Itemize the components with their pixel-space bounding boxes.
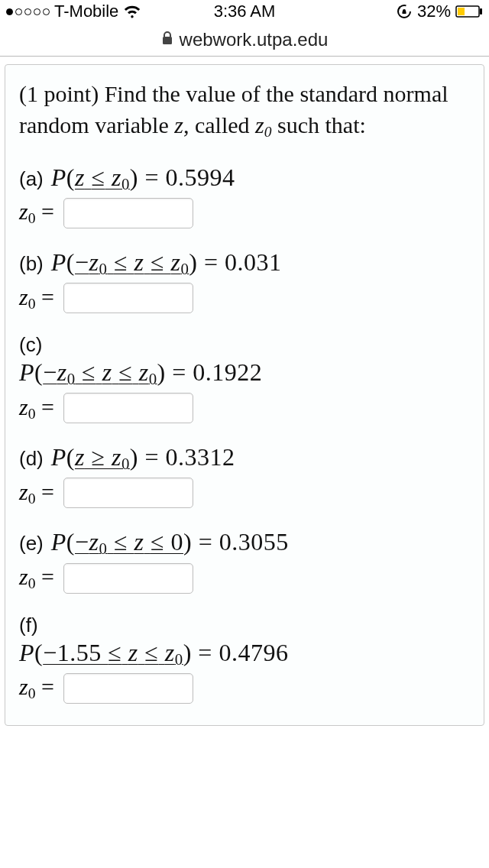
part-f: (f) P(−1.55 ≤ z ≤ z0) = 0.4796 z0 =: [19, 614, 470, 704]
clock: 3:36 AM: [214, 2, 276, 21]
points-label: (1 point): [19, 81, 99, 106]
orientation-lock-icon: [396, 3, 413, 20]
part-e: (e) P(−z0 ≤ z ≤ 0) = 0.3055 z0 =: [19, 528, 470, 593]
part-d: (d) P(z ≥ z0) = 0.3312 z0 =: [19, 443, 470, 508]
expression: P(z ≥ z0) = 0.3312: [51, 443, 235, 473]
svg-rect-3: [458, 8, 465, 15]
svg-rect-2: [480, 8, 482, 15]
prompt-text-2: , called: [183, 112, 250, 138]
part-letter: (d): [19, 447, 44, 471]
status-left: T-Mobile: [6, 0, 141, 23]
status-bar: T-Mobile 3:36 AM 32%: [0, 0, 489, 23]
carrier-label: T-Mobile: [54, 2, 118, 21]
part-c: (c) P(−z0 ≤ z ≤ z0) = 0.1922 z0 =: [19, 333, 470, 423]
problem-prompt: (1 point) Find the value of the standard…: [19, 79, 470, 142]
url-host: webwork.utpa.edu: [180, 29, 329, 50]
part-letter: (e): [19, 532, 44, 555]
page-content: (1 point) Find the value of the standard…: [0, 57, 489, 734]
expression: P(−1.55 ≤ z ≤ z0) = 0.4796: [19, 639, 288, 669]
var-z: z: [174, 112, 183, 138]
answer-input-a[interactable]: [63, 198, 193, 228]
part-b: (b) P(−z0 ≤ z ≤ z0) = 0.031 z0 =: [19, 248, 470, 313]
svg-rect-4: [163, 37, 172, 44]
battery-percent: 32%: [417, 2, 451, 21]
answer-input-f[interactable]: [63, 673, 193, 704]
expression: P(z ≤ z0) = 0.5994: [51, 164, 235, 193]
answer-label: z0 =: [19, 199, 54, 227]
answer-label: z0 =: [19, 479, 54, 507]
battery-icon: [455, 5, 483, 18]
wifi-icon: [123, 5, 141, 18]
answer-label: z0 =: [19, 394, 54, 423]
expression: P(−z0 ≤ z ≤ z0) = 0.1922: [19, 358, 262, 388]
expression: P(−z0 ≤ z ≤ z0) = 0.031: [51, 248, 282, 278]
var-z0: z0: [255, 112, 271, 138]
part-letter: (f): [19, 614, 38, 637]
part-letter: (b): [19, 252, 44, 276]
answer-input-b[interactable]: [63, 283, 193, 313]
expression: P(−z0 ≤ z ≤ 0) = 0.3055: [51, 528, 289, 558]
answer-input-c[interactable]: [63, 393, 193, 423]
problem-box: (1 point) Find the value of the standard…: [5, 64, 484, 726]
part-letter: (a): [19, 167, 44, 191]
answer-label: z0 =: [19, 674, 54, 702]
answer-label: z0 =: [19, 284, 54, 313]
part-letter: (c): [19, 333, 42, 357]
prompt-text-3: such that:: [277, 112, 366, 138]
answer-label: z0 =: [19, 564, 54, 592]
signal-strength-icon: [6, 8, 50, 15]
lock-icon: [161, 29, 173, 50]
status-right: 32%: [396, 0, 483, 23]
part-a: (a) P(z ≤ z0) = 0.5994 z0 =: [19, 164, 470, 228]
browser-address-bar[interactable]: webwork.utpa.edu: [0, 23, 489, 57]
answer-input-d[interactable]: [63, 478, 193, 508]
answer-input-e[interactable]: [63, 563, 193, 594]
